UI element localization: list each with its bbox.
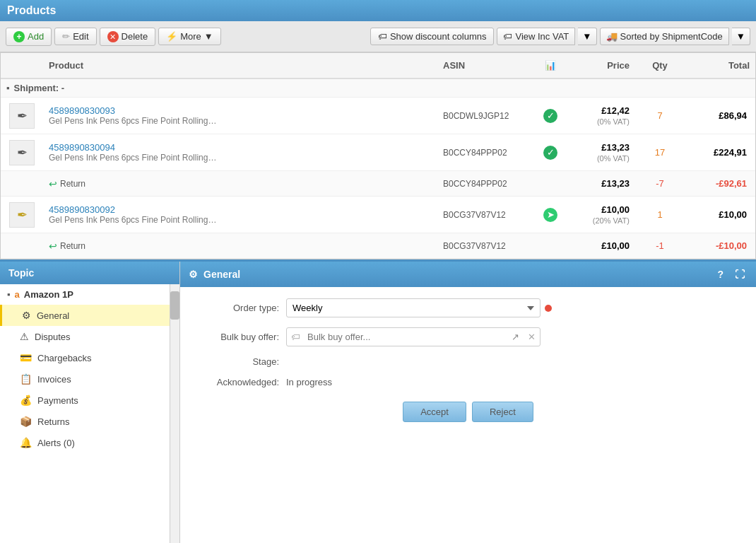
- status-green-icon-2: ✓: [543, 146, 557, 160]
- vat-2: (0% VAT): [597, 154, 630, 163]
- status-3: ➤: [536, 204, 565, 226]
- return-row: ↩ Return B0CG37V87V12 £10,00 -1 -£10,00: [1, 233, 755, 259]
- sidebar-item-label-general: General: [37, 310, 69, 321]
- returns-icon: 📦: [20, 416, 32, 427]
- sidebar-item-payments[interactable]: 💰 Payments: [0, 390, 170, 411]
- expand-button[interactable]: ⛶: [732, 267, 748, 281]
- product-image: ✒: [9, 103, 35, 129]
- view-vat-label: View Inc VAT: [515, 31, 569, 42]
- order-type-label: Order type:: [194, 303, 279, 313]
- return-row: ↩ Return B0CCY84PPP02 £13,23 -7 -£92,61: [1, 171, 755, 197]
- topic-content: ▪ a Amazon 1P ⚙ General ⚠ Disputes 💳: [0, 284, 170, 543]
- order-type-select[interactable]: Weekly Daily Monthly: [286, 298, 541, 317]
- acknowledged-control: In progress: [286, 377, 742, 387]
- bulk-buy-input[interactable]: [305, 328, 507, 346]
- vat-icon: 🏷: [503, 31, 512, 42]
- topic-group-header-amazon[interactable]: ▪ a Amazon 1P: [0, 284, 170, 305]
- vat-1: (0% VAT): [597, 117, 630, 126]
- return-icon-2: ↩: [49, 240, 57, 252]
- general-header-actions: ? ⛶: [714, 267, 748, 281]
- product-link-3[interactable]: 4589890830092: [49, 204, 115, 215]
- gear-header-icon: ⚙: [189, 269, 198, 280]
- status-arrow-icon: ➤: [543, 208, 557, 222]
- order-type-row: Order type: Weekly Daily Monthly: [194, 298, 742, 317]
- col-header-product: Product: [43, 57, 437, 74]
- qty-1: 7: [635, 106, 685, 125]
- sidebar-item-alerts[interactable]: 🔔 Alerts (0): [0, 432, 170, 453]
- bulk-buy-label: Bulk buy offer:: [194, 332, 279, 342]
- scroll-thumb[interactable]: [170, 291, 179, 320]
- col-header-asin: ASIN: [437, 57, 536, 74]
- product-link-2[interactable]: 4589890830094: [49, 142, 115, 153]
- delete-icon: ✕: [107, 31, 119, 42]
- app-header: Products: [0, 0, 756, 21]
- return-label-1: ↩ Return: [43, 174, 437, 194]
- total-1: £86,94: [685, 106, 755, 125]
- sidebar-item-invoices[interactable]: 📋 Invoices: [0, 368, 170, 390]
- table-row: ✒ 4589890830094 Gel Pens Ink Pens 6pcs F…: [1, 134, 755, 171]
- product-link-1[interactable]: 4589890830093: [49, 105, 115, 116]
- return-total-1: -£92,61: [685, 174, 755, 193]
- return-price-2: £10,00: [565, 236, 635, 255]
- product-image: ✒: [9, 140, 35, 165]
- qty-3: 1: [635, 205, 685, 224]
- bulk-buy-clear-icon[interactable]: ✕: [524, 328, 540, 346]
- toolbar-right: 🏷 Show discount columns 🏷 View Inc VAT ▼…: [370, 28, 750, 45]
- bulk-buy-link-icon[interactable]: ↗: [507, 328, 524, 346]
- sidebar-scrollbar[interactable]: [170, 284, 179, 543]
- add-button[interactable]: + Add: [6, 28, 52, 46]
- asin-2: B0CCY84PPP02: [437, 144, 536, 162]
- product-desc-2: Gel Pens Ink Pens 6pcs Fine Point Rollin…: [49, 153, 218, 163]
- return-label-2: ↩ Return: [43, 236, 437, 256]
- sorted-label: Sorted by ShipmentCode: [620, 31, 723, 42]
- vat-dropdown-arrow-icon: ▼: [582, 31, 591, 42]
- reject-button[interactable]: Reject: [472, 402, 533, 422]
- sidebar-item-chargebacks[interactable]: 💳 Chargebacks: [0, 347, 170, 368]
- edit-label: Edit: [73, 31, 88, 42]
- return-qty-2: -1: [635, 236, 685, 255]
- more-button[interactable]: ⚡ More ▼: [158, 28, 221, 45]
- total-2: £224,91: [685, 143, 755, 162]
- disputes-icon: ⚠: [20, 331, 29, 342]
- show-discount-button[interactable]: 🏷 Show discount columns: [370, 28, 495, 45]
- alerts-icon: 🔔: [20, 437, 32, 448]
- delete-button[interactable]: ✕ Delete: [100, 28, 156, 46]
- sidebar-item-label-alerts: Alerts (0): [37, 438, 75, 448]
- sorted-dropdown-arrow-icon: ▼: [736, 31, 745, 42]
- stage-row: Stage:: [194, 356, 742, 367]
- return-icon: ↩: [49, 178, 57, 189]
- view-vat-dropdown[interactable]: ▼: [578, 28, 596, 45]
- bulk-buy-control: 🏷 ↗ ✕: [286, 327, 742, 346]
- product-image: ✒: [9, 202, 35, 228]
- collapse-icon[interactable]: ▪: [6, 83, 10, 93]
- sorted-button[interactable]: 🚚 Sorted by ShipmentCode: [600, 28, 729, 45]
- product-info: 4589890830094 Gel Pens Ink Pens 6pcs Fin…: [43, 138, 437, 167]
- topic-title: Topic: [8, 267, 34, 279]
- view-vat-button[interactable]: 🏷 View Inc VAT: [497, 28, 575, 45]
- edit-button[interactable]: ✏ Edit: [54, 28, 96, 45]
- sidebar-item-label-payments: Payments: [37, 395, 78, 406]
- table-header: Product ASIN 📊 Price Qty Total: [1, 53, 755, 79]
- product-info: 4589890830093 Gel Pens Ink Pens 6pcs Fin…: [43, 101, 437, 130]
- general-title: General: [203, 269, 240, 280]
- sorted-dropdown[interactable]: ▼: [732, 28, 750, 45]
- chargebacks-icon: 💳: [20, 352, 32, 363]
- help-button[interactable]: ?: [714, 267, 726, 281]
- add-icon: +: [13, 31, 25, 42]
- table-row: ✒ 4589890830093 Gel Pens Ink Pens 6pcs F…: [1, 98, 755, 134]
- group-label-amazon: Amazon 1P: [24, 289, 73, 300]
- topic-group-amazon: ▪ a Amazon 1P ⚙ General ⚠ Disputes 💳: [0, 284, 170, 453]
- topic-sidebar: Topic ▪ a Amazon 1P ⚙ General ⚠: [0, 262, 180, 543]
- action-buttons: Accept Reject: [194, 402, 742, 422]
- accept-button[interactable]: Accept: [403, 402, 466, 422]
- gear-icon: ⚙: [22, 310, 31, 321]
- delete-label: Delete: [122, 31, 148, 42]
- sidebar-item-general[interactable]: ⚙ General: [0, 305, 170, 326]
- more-arrow-icon: ▼: [204, 31, 213, 42]
- return-total-2: -£10,00: [685, 236, 755, 255]
- sidebar-item-disputes[interactable]: ⚠ Disputes: [0, 326, 170, 347]
- status-2: ✓: [536, 141, 565, 164]
- sidebar-item-label-invoices: Invoices: [37, 374, 71, 385]
- status-green-icon: ✓: [543, 109, 557, 123]
- sidebar-item-returns[interactable]: 📦 Returns: [0, 411, 170, 432]
